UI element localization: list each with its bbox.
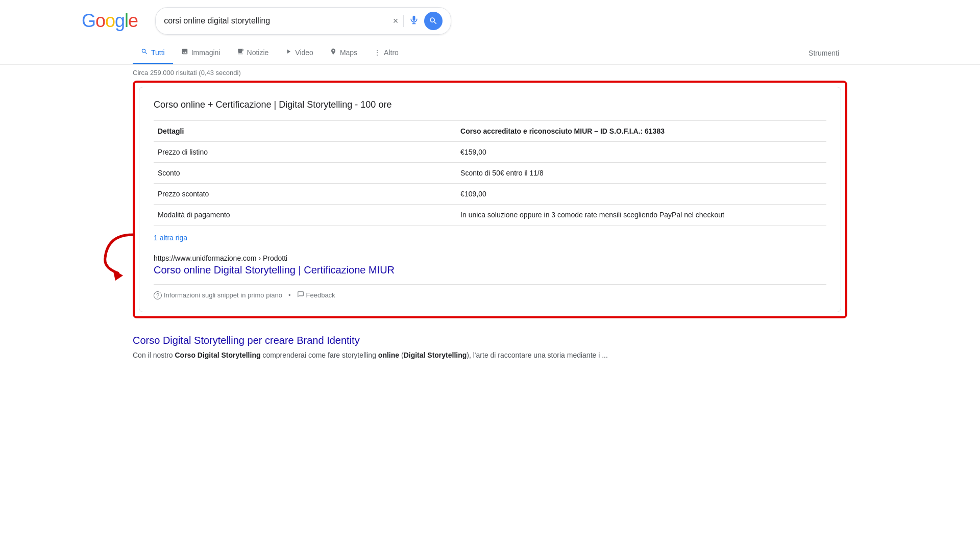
snippet-title: Corso online + Certificazione | Digital … bbox=[154, 99, 826, 110]
svg-marker-3 bbox=[113, 269, 123, 281]
snippet-main-link[interactable]: Corso online Digital Storytelling | Cert… bbox=[154, 264, 826, 276]
logo-letter-l: l bbox=[125, 10, 128, 32]
table-value-1: Sconto di 50€ entro il 11/8 bbox=[456, 163, 826, 184]
notizie-icon bbox=[237, 48, 244, 57]
tab-video[interactable]: Video bbox=[277, 42, 322, 64]
google-logo[interactable]: G o o g l e bbox=[82, 10, 138, 32]
table-label-3: Modalità di pagamento bbox=[154, 205, 456, 226]
bold-text-1: Corso Digital Storytelling bbox=[175, 351, 260, 359]
info-icon: ? bbox=[154, 291, 162, 299]
snippet-info-label: Informazioni sugli snippet in primo pian… bbox=[164, 291, 282, 299]
table-label-2: Prezzo scontato bbox=[154, 184, 456, 205]
table-row: Sconto Sconto di 50€ entro il 11/8 bbox=[154, 163, 826, 184]
table-value-2: €109,00 bbox=[456, 184, 826, 205]
table-header-col1: Dettagli bbox=[154, 121, 456, 142]
tab-immagini-label: Immagini bbox=[191, 48, 220, 57]
tab-tutti[interactable]: Tutti bbox=[133, 42, 173, 64]
logo-letter-g: G bbox=[82, 10, 95, 32]
tab-notizie-label: Notizie bbox=[247, 48, 269, 57]
second-result-desc: Con il nostro Corso Digital Storytelling… bbox=[133, 349, 847, 361]
results-count-text: Circa 259.000 risultati (0,43 secondi) bbox=[133, 69, 241, 77]
tab-maps[interactable]: Maps bbox=[322, 42, 365, 64]
featured-snippet: Corso online + Certificazione | Digital … bbox=[139, 87, 841, 312]
snippet-footer-info[interactable]: ? Informazioni sugli snippet in primo pi… bbox=[154, 291, 282, 299]
snippet-footer: ? Informazioni sugli snippet in primo pi… bbox=[154, 284, 826, 299]
results-count: Circa 259.000 risultati (0,43 secondi) bbox=[0, 65, 980, 81]
logo-letter-o2: o bbox=[105, 10, 115, 32]
feedback-label: Feedback bbox=[306, 291, 335, 299]
second-result: Corso Digital Storytelling per creare Br… bbox=[133, 329, 847, 367]
snippet-table: Dettagli Corso accreditato e riconosciut… bbox=[154, 120, 826, 226]
nav-tabs: Tutti Immagini Notizie Video Maps ⋮ Altr… bbox=[0, 42, 980, 65]
dot-separator: • bbox=[288, 291, 291, 299]
tab-immagini[interactable]: Immagini bbox=[173, 42, 229, 64]
tab-maps-label: Maps bbox=[340, 48, 357, 57]
table-label-1: Sconto bbox=[154, 163, 456, 184]
bold-text-3: Digital Storytelling bbox=[404, 351, 467, 359]
snippet-url: https://www.unidformazione.com › Prodott… bbox=[154, 254, 826, 262]
tab-tutti-label: Tutti bbox=[151, 48, 165, 57]
mic-icon[interactable] bbox=[409, 15, 419, 27]
logo-letter-e: e bbox=[128, 10, 138, 32]
maps-icon bbox=[330, 48, 337, 57]
search-box[interactable]: corsi online digital storytelling × bbox=[155, 7, 451, 35]
tab-altro-label: Altro bbox=[384, 48, 399, 57]
feedback-button[interactable]: Feedback bbox=[297, 291, 335, 299]
second-result-title[interactable]: Corso Digital Storytelling per creare Br… bbox=[133, 335, 847, 346]
table-row: Modalità di pagamento In unica soluzione… bbox=[154, 205, 826, 226]
arrow-annotation bbox=[97, 230, 149, 281]
table-value-3: In unica soluzione oppure in 3 comode ra… bbox=[456, 205, 826, 226]
featured-snippet-container: Corso online + Certificazione | Digital … bbox=[133, 81, 847, 318]
table-header-row: Dettagli Corso accreditato e riconosciut… bbox=[154, 121, 826, 142]
table-label-0: Prezzo di listino bbox=[154, 142, 456, 163]
bold-text-2: online bbox=[378, 351, 399, 359]
more-rows-link[interactable]: 1 altra riga bbox=[154, 234, 187, 242]
video-icon bbox=[285, 48, 292, 57]
feedback-icon bbox=[297, 291, 304, 299]
table-row: Prezzo di listino €159,00 bbox=[154, 142, 826, 163]
logo-letter-o1: o bbox=[95, 10, 105, 32]
tools-button[interactable]: Strumenti bbox=[800, 43, 847, 63]
tab-altro[interactable]: ⋮ Altro bbox=[365, 42, 407, 64]
logo-letter-g2: g bbox=[115, 10, 125, 32]
main-content: Corso online + Certificazione | Digital … bbox=[0, 81, 980, 367]
clear-icon[interactable]: × bbox=[393, 16, 399, 27]
search-button[interactable] bbox=[424, 12, 443, 30]
tutti-icon bbox=[141, 48, 148, 57]
tab-video-label: Video bbox=[295, 48, 313, 57]
search-divider bbox=[403, 15, 404, 27]
altro-icon: ⋮ bbox=[374, 48, 381, 57]
immagini-icon bbox=[181, 48, 188, 57]
header: G o o g l e corsi online digital storyte… bbox=[0, 0, 980, 42]
table-row: Prezzo scontato €109,00 bbox=[154, 184, 826, 205]
tab-notizie[interactable]: Notizie bbox=[229, 42, 277, 64]
search-input[interactable]: corsi online digital storytelling bbox=[164, 16, 387, 26]
table-header-col2: Corso accreditato e riconosciuto MIUR – … bbox=[456, 121, 826, 142]
table-value-0: €159,00 bbox=[456, 142, 826, 163]
svg-rect-0 bbox=[413, 16, 415, 21]
